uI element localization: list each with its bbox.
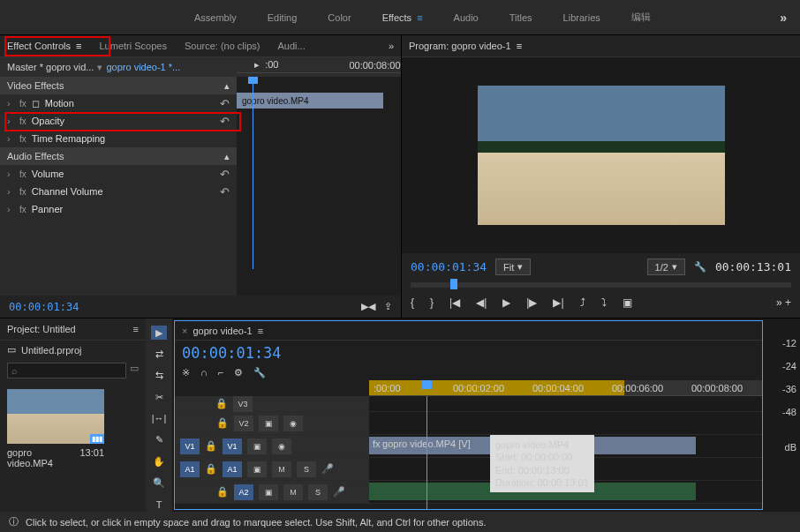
sequence-link[interactable]: gopro video-1 *...: [106, 62, 180, 72]
export-icon[interactable]: ⇪: [384, 301, 392, 312]
ws-libraries[interactable]: Libraries: [563, 12, 600, 23]
go-end-icon[interactable]: ▶|: [553, 296, 563, 309]
step-back-icon[interactable]: ◀|: [476, 296, 487, 309]
toggle-output-icon[interactable]: ▣: [247, 461, 267, 477]
mark-out-icon[interactable]: }: [430, 296, 434, 309]
wrench-icon[interactable]: 🔧: [694, 261, 706, 273]
type-icon[interactable]: T: [151, 498, 167, 512]
effect-time-remapping[interactable]: ›fx Time Remapping: [0, 130, 237, 147]
lock-icon[interactable]: 🔒: [215, 398, 228, 409]
ws-audio[interactable]: Audio: [454, 12, 479, 23]
eye-icon[interactable]: ◉: [283, 416, 303, 431]
bin-item[interactable]: ▮▮▮ gopro video.MP4 13:01: [7, 389, 104, 468]
effect-panner[interactable]: ›fx Panner: [0, 200, 237, 218]
lock-icon[interactable]: 🔒: [216, 486, 229, 498]
overflow-icon[interactable]: »: [780, 11, 787, 25]
program-timecode[interactable]: 00:00:01:34: [411, 260, 487, 273]
solo-icon[interactable]: S: [297, 461, 316, 477]
track-v3[interactable]: V3: [233, 396, 253, 412]
source-a1[interactable]: A1: [180, 461, 200, 477]
mic-icon[interactable]: 🎤: [321, 463, 334, 475]
preview-area[interactable]: [402, 57, 800, 253]
track-a2[interactable]: A2: [234, 484, 253, 500]
lock-icon[interactable]: 🔒: [205, 463, 217, 475]
ripple-edit-icon[interactable]: ⇆: [151, 369, 167, 383]
mute-icon[interactable]: M: [283, 484, 303, 500]
ws-titles[interactable]: Titles: [509, 12, 532, 23]
toggle-output-icon[interactable]: ▣: [259, 484, 278, 500]
lock-icon[interactable]: 🔒: [205, 440, 217, 452]
panel-menu-icon[interactable]: ≡: [133, 324, 139, 334]
eye-icon[interactable]: ◉: [272, 438, 291, 454]
workspace-bar: Assembly Editing Color Effects ≡ Audio T…: [0, 0, 800, 35]
settings-icon[interactable]: ⚙: [234, 367, 243, 378]
ws-assembly[interactable]: Assembly: [194, 12, 237, 23]
program-monitor: Program: gopro video-1 ≡ 00:00:01:34 Fit…: [402, 35, 800, 318]
fit-dropdown[interactable]: Fit ▾: [495, 259, 531, 275]
ws-edit-cn[interactable]: 编辑: [631, 11, 651, 24]
tab-source[interactable]: Source: (no clips): [185, 41, 260, 51]
pen-icon[interactable]: ✎: [151, 433, 167, 447]
panel-menu-icon[interactable]: ≡: [258, 326, 263, 336]
effect-volume[interactable]: ›fx Volume ↶: [0, 165, 237, 183]
ws-color[interactable]: Color: [328, 12, 351, 23]
track-a1[interactable]: A1: [223, 461, 242, 477]
reset-icon[interactable]: ↶: [220, 97, 230, 110]
ws-effects[interactable]: Effects ≡: [382, 12, 423, 23]
effect-motion[interactable]: ›fx◻ Motion ↶: [0, 94, 237, 112]
effect-controls-panel: Effect Controls ≡ Lumetri Scopes Source:…: [0, 35, 402, 318]
timeline-timecode[interactable]: 00:00:01:34: [182, 344, 282, 362]
timeline-playhead[interactable]: [426, 396, 427, 509]
reset-icon[interactable]: ↶: [220, 168, 230, 181]
slip-icon[interactable]: |↔|: [151, 411, 167, 425]
scrub-bar[interactable]: [411, 282, 791, 288]
effect-channel-volume[interactable]: ›fx Channel Volume ↶: [0, 183, 237, 200]
link-icon[interactable]: ⌐: [218, 367, 223, 378]
overflow-icon[interactable]: »: [389, 41, 394, 51]
lift-icon[interactable]: ⤴: [580, 296, 585, 309]
ec-playhead[interactable]: [253, 77, 253, 269]
extract-icon[interactable]: ⤵: [601, 296, 607, 309]
program-title[interactable]: Program: gopro video-1 ≡: [409, 41, 522, 51]
video-effects-heading[interactable]: Video Effects▴: [0, 77, 237, 94]
play-icon[interactable]: ▶: [502, 296, 510, 309]
scrub-head[interactable]: [450, 279, 457, 289]
project-panel: Project: Untitled ≡ ▭ Untitled.prproj ▭ …: [0, 318, 146, 512]
source-v1[interactable]: V1: [180, 438, 200, 454]
marker-icon[interactable]: ∩: [200, 367, 208, 378]
export-frame-icon[interactable]: ▣: [623, 296, 632, 309]
snap-icon[interactable]: ※: [182, 367, 190, 378]
mute-icon[interactable]: M: [272, 461, 291, 477]
ws-editing[interactable]: Editing: [268, 12, 298, 23]
lock-icon[interactable]: 🔒: [216, 417, 229, 429]
audio-effects-heading[interactable]: Audio Effects▴: [0, 147, 237, 165]
annotation-highlight: [4, 112, 241, 131]
razor-icon[interactable]: ✂: [151, 390, 167, 404]
zoom-dropdown[interactable]: 1/2 ▾: [647, 259, 685, 275]
project-filename: Untitled.prproj: [21, 345, 81, 356]
toggle-output-icon[interactable]: ▣: [247, 438, 267, 454]
solo-icon[interactable]: S: [308, 484, 328, 500]
hand-icon[interactable]: ✋: [151, 454, 167, 468]
track-select-icon[interactable]: ⇄: [151, 347, 167, 361]
tab-audio-trunc[interactable]: Audi...: [278, 41, 306, 51]
track-v1[interactable]: V1: [223, 438, 242, 454]
go-start-icon[interactable]: |◀: [449, 296, 460, 309]
ec-clip-bar[interactable]: gopro video.MP4: [237, 93, 383, 109]
ec-timecode[interactable]: 00:00:01:34: [9, 301, 79, 313]
overflow-icon[interactable]: » +: [776, 296, 791, 309]
loop-icon[interactable]: ▶◀: [361, 301, 375, 312]
wrench-icon[interactable]: 🔧: [253, 367, 266, 378]
toggle-output-icon[interactable]: ▣: [259, 416, 278, 431]
search-input[interactable]: [7, 363, 126, 378]
mic-icon[interactable]: 🎤: [333, 486, 345, 498]
filter-icon[interactable]: ▭: [130, 363, 139, 378]
mark-in-icon[interactable]: {: [411, 296, 414, 309]
step-fwd-icon[interactable]: |▶: [526, 296, 537, 309]
reset-icon[interactable]: ↶: [220, 185, 230, 199]
track-v2[interactable]: V2: [234, 416, 253, 431]
zoom-icon[interactable]: 🔍: [151, 476, 167, 490]
project-title[interactable]: Project: Untitled: [7, 324, 76, 334]
selection-tool-icon[interactable]: ▶: [151, 326, 167, 340]
sequence-tab[interactable]: gopro video-1: [192, 326, 252, 336]
